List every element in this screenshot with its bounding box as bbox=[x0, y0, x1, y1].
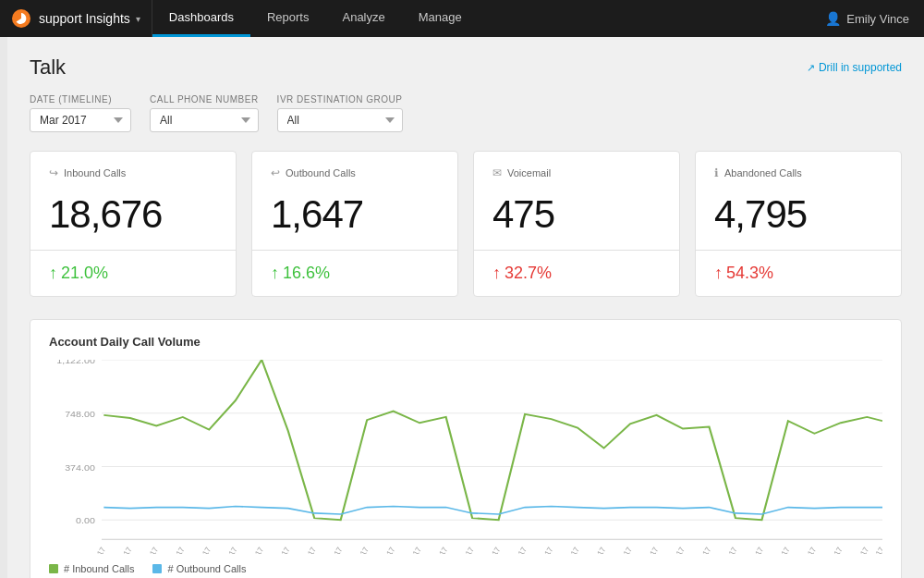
outbound-label: Outbound Calls bbox=[286, 167, 356, 178]
outbound-divider bbox=[252, 250, 457, 251]
svg-text:0.00: 0.00 bbox=[76, 516, 95, 525]
nav-manage[interactable]: Manage bbox=[402, 0, 479, 37]
svg-text:03/18/2017: 03/18/2017 bbox=[526, 546, 555, 554]
outbound-change: ↑ 16.6% bbox=[271, 264, 439, 283]
svg-text:03/10/2017: 03/10/2017 bbox=[315, 546, 345, 554]
legend-inbound-dot bbox=[49, 564, 58, 573]
outbound-calls-card: ↩ Outbound Calls 1,647 ↑ 16.6% bbox=[251, 151, 458, 297]
phone-filter-group: CALL PHONE NUMBER All bbox=[150, 94, 259, 132]
svg-text:03/29/2017: 03/29/2017 bbox=[816, 546, 845, 554]
svg-text:03/28/2017: 03/28/2017 bbox=[789, 546, 819, 554]
abandoned-card-title: ℹ Abandoned Calls bbox=[714, 166, 882, 179]
svg-text:03/30/2017: 03/30/2017 bbox=[842, 546, 871, 554]
svg-text:748.00: 748.00 bbox=[65, 410, 95, 419]
line-chart: 1,122.00 748.00 374.00 0.00 03/01/2017 0… bbox=[49, 360, 882, 554]
legend-inbound: # Inbound Calls bbox=[49, 563, 134, 574]
svg-text:03/26/2017: 03/26/2017 bbox=[736, 546, 766, 554]
stat-cards: ↪ Inbound Calls 18,676 ↑ 21.0% ↩ Outboun… bbox=[30, 151, 902, 297]
svg-text:03/27/2017: 03/27/2017 bbox=[763, 546, 793, 554]
inbound-change-value: 21.0% bbox=[61, 264, 108, 283]
nav-reports[interactable]: Reports bbox=[250, 0, 326, 37]
ivr-filter-select[interactable]: All bbox=[277, 108, 403, 132]
date-filter-group: DATE (TIMELINE) Mar 2017 Feb 2017 Jan 20… bbox=[30, 94, 131, 132]
svg-text:03/11/2017: 03/11/2017 bbox=[342, 546, 371, 554]
svg-text:03/12/2017: 03/12/2017 bbox=[368, 546, 397, 554]
svg-text:03/06/2017: 03/06/2017 bbox=[211, 546, 240, 554]
brand-logo[interactable]: support Insights ▾ bbox=[0, 0, 152, 37]
svg-text:03/23/2017: 03/23/2017 bbox=[658, 546, 687, 554]
app-name: support Insights ▾ bbox=[39, 11, 140, 26]
chart-section: Account Daily Call Volume 1,122.00 748.0… bbox=[30, 319, 902, 578]
inbound-arrow-icon: ↑ bbox=[49, 264, 57, 283]
svg-text:03/22/2017: 03/22/2017 bbox=[631, 546, 661, 554]
voicemail-card: ✉ Voicemail 475 ↑ 32.7% bbox=[473, 151, 680, 297]
voicemail-icon: ✉ bbox=[492, 166, 502, 179]
nav-dashboards[interactable]: Dashboards bbox=[152, 0, 250, 37]
svg-text:03/05/2017: 03/05/2017 bbox=[184, 546, 213, 554]
outbound-card-title: ↩ Outbound Calls bbox=[271, 166, 439, 179]
phone-filter-label: CALL PHONE NUMBER bbox=[150, 94, 259, 105]
abandoned-arrow-icon: ↑ bbox=[714, 264, 723, 283]
svg-text:03/17/2017: 03/17/2017 bbox=[500, 546, 529, 554]
svg-text:03/08/2017: 03/08/2017 bbox=[263, 546, 293, 554]
main-layout: Talk ↗ Drill in supported DATE (TIMELINE… bbox=[0, 37, 924, 578]
inbound-calls-card: ↪ Inbound Calls 18,676 ↑ 21.0% bbox=[30, 151, 237, 297]
user-icon: 👤 bbox=[825, 11, 841, 26]
svg-text:1,122.00: 1,122.00 bbox=[56, 360, 95, 365]
navbar: support Insights ▾ Dashboards Reports An… bbox=[0, 0, 924, 37]
svg-text:03/20/2017: 03/20/2017 bbox=[578, 546, 608, 554]
inbound-card-title: ↪ Inbound Calls bbox=[49, 166, 217, 179]
outbound-change-value: 16.6% bbox=[283, 264, 330, 283]
voicemail-card-title: ✉ Voicemail bbox=[492, 166, 661, 179]
abandoned-value: 4,795 bbox=[714, 192, 882, 237]
svg-text:03/24/2017: 03/24/2017 bbox=[684, 546, 713, 554]
date-filter-select[interactable]: Mar 2017 Feb 2017 Jan 2017 bbox=[30, 108, 131, 132]
page-title: Talk bbox=[30, 55, 66, 80]
chart-legend: # Inbound Calls # Outbound Calls bbox=[49, 563, 882, 574]
svg-text:03/03/2017: 03/03/2017 bbox=[131, 546, 161, 554]
voicemail-value: 475 bbox=[492, 192, 661, 237]
svg-text:03/25/2017: 03/25/2017 bbox=[711, 546, 740, 554]
inbound-value: 18,676 bbox=[49, 192, 217, 237]
app-name-chevron-icon: ▾ bbox=[136, 14, 140, 24]
svg-text:03/02/2017: 03/02/2017 bbox=[105, 546, 135, 554]
svg-text:03/21/2017: 03/21/2017 bbox=[605, 546, 635, 554]
phone-filter-select[interactable]: All bbox=[150, 108, 259, 132]
svg-text:03/16/2017: 03/16/2017 bbox=[473, 546, 503, 554]
svg-text:03/14/2017: 03/14/2017 bbox=[420, 546, 450, 554]
legend-outbound-dot bbox=[152, 564, 162, 573]
voicemail-arrow-icon: ↑ bbox=[492, 264, 501, 283]
user-menu[interactable]: 👤 Emily Vince bbox=[810, 11, 924, 26]
abandoned-calls-card: ℹ Abandoned Calls 4,795 ↑ 54.3% bbox=[695, 151, 902, 297]
svg-text:03/09/2017: 03/09/2017 bbox=[289, 546, 319, 554]
abandoned-label: Abandoned Calls bbox=[724, 167, 802, 178]
svg-text:03/15/2017: 03/15/2017 bbox=[447, 546, 477, 554]
outbound-icon: ↩ bbox=[271, 166, 280, 179]
nav-analyze[interactable]: Analyze bbox=[325, 0, 401, 37]
drill-link-text: Drill in supported bbox=[819, 61, 902, 74]
legend-outbound: # Outbound Calls bbox=[152, 563, 246, 574]
app-name-text: support Insights bbox=[39, 11, 130, 26]
voicemail-change: ↑ 32.7% bbox=[492, 264, 661, 283]
external-link-icon: ↗ bbox=[807, 62, 815, 74]
gooddata-logo-icon bbox=[11, 8, 31, 29]
inbound-divider bbox=[30, 250, 236, 251]
ivr-filter-group: IVR DESTINATION GROUP All bbox=[277, 94, 403, 132]
svg-text:374.00: 374.00 bbox=[65, 462, 95, 472]
date-filter-label: DATE (TIMELINE) bbox=[30, 94, 131, 105]
inbound-icon: ↪ bbox=[49, 166, 58, 179]
svg-text:03/13/2017: 03/13/2017 bbox=[395, 546, 424, 554]
outbound-arrow-icon: ↑ bbox=[271, 264, 279, 283]
outbound-value: 1,647 bbox=[271, 192, 439, 237]
drill-link[interactable]: ↗ Drill in supported bbox=[807, 61, 902, 74]
inbound-change: ↑ 21.0% bbox=[49, 264, 217, 283]
page-header: Talk ↗ Drill in supported bbox=[30, 55, 902, 80]
legend-outbound-label: # Outbound Calls bbox=[167, 563, 246, 574]
svg-text:03/04/2017: 03/04/2017 bbox=[158, 546, 188, 554]
content-area: Talk ↗ Drill in supported DATE (TIMELINE… bbox=[7, 37, 924, 578]
abandoned-divider bbox=[696, 250, 901, 251]
voicemail-divider bbox=[474, 250, 679, 251]
voicemail-change-value: 32.7% bbox=[505, 264, 552, 283]
user-name: Emily Vince bbox=[846, 12, 909, 26]
ivr-filter-label: IVR DESTINATION GROUP bbox=[277, 94, 403, 105]
